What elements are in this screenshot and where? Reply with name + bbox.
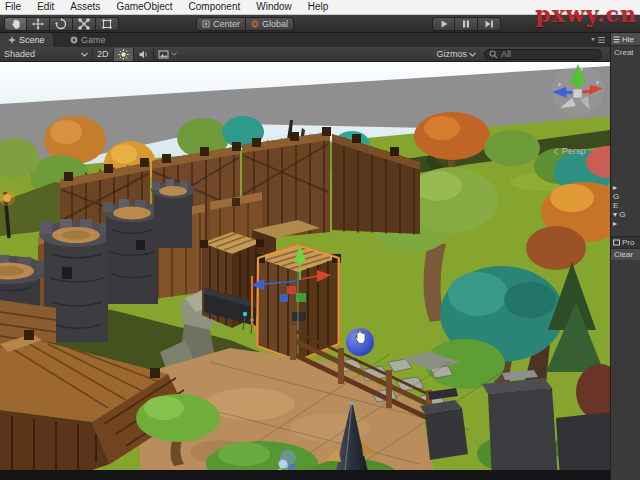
scale-icon xyxy=(78,18,90,30)
tab-project[interactable]: Pro xyxy=(611,236,640,248)
scene-view-panel: Scene Game Shaded 2D xyxy=(0,33,610,480)
menu-window[interactable]: Window xyxy=(248,0,300,14)
hierarchy-item[interactable]: G xyxy=(611,192,640,201)
game-tab-icon xyxy=(70,36,78,44)
scale-tool-button[interactable] xyxy=(73,17,96,31)
bottom-strip xyxy=(0,470,610,480)
menu-assets[interactable]: Assets xyxy=(62,0,108,14)
pause-button[interactable] xyxy=(455,17,478,31)
hierarchy-tab-icon xyxy=(613,36,620,43)
view-tab-bar: Scene Game xyxy=(0,33,610,47)
pivot-space-toggles: Center Global xyxy=(196,17,294,31)
hand-icon xyxy=(10,18,22,30)
draw-mode-dropdown[interactable]: Shaded xyxy=(0,48,92,61)
persp-mode-label[interactable]: Persp xyxy=(553,146,586,156)
lighting-toggle-button[interactable] xyxy=(113,48,133,61)
svg-text:x: x xyxy=(596,79,599,85)
audio-toggle-button[interactable] xyxy=(133,48,153,61)
clear-button[interactable]: Clear xyxy=(611,248,640,260)
move-icon xyxy=(32,18,44,30)
orientation-gizmo[interactable]: x z y xyxy=(552,64,604,116)
transform-tools xyxy=(4,17,119,31)
search-icon xyxy=(489,50,498,59)
play-icon xyxy=(439,19,449,29)
move-tool-button[interactable] xyxy=(27,17,50,31)
hierarchy-item-list: ▸ G E ▾ G ▸ xyxy=(611,183,640,228)
hierarchy-item[interactable]: ▸ xyxy=(611,183,640,192)
pivot-label: Center xyxy=(213,19,240,29)
persp-text: Persp xyxy=(562,146,586,156)
pause-icon xyxy=(461,19,471,29)
play-controls xyxy=(432,17,501,31)
hover-sphere[interactable] xyxy=(346,328,374,356)
gizmos-dropdown[interactable]: Gizmos xyxy=(432,48,480,61)
create-button-label: Creat xyxy=(614,48,634,57)
chevron-down-icon xyxy=(469,52,476,57)
toggle-2d-button[interactable]: 2D xyxy=(92,48,113,61)
hierarchy-item[interactable]: E xyxy=(611,201,640,210)
chevron-down-icon xyxy=(171,52,177,56)
hierarchy-item[interactable]: ▸ xyxy=(611,219,640,228)
tab-options-icon[interactable] xyxy=(590,36,606,44)
tab-game[interactable]: Game xyxy=(62,33,114,47)
sun-icon xyxy=(118,49,129,60)
menu-gameobject[interactable]: GameObject xyxy=(108,0,180,14)
rotate-icon xyxy=(55,18,67,30)
menu-help[interactable]: Help xyxy=(300,0,337,14)
space-toggle-button[interactable]: Global xyxy=(246,17,294,31)
image-icon xyxy=(158,49,169,60)
rotate-tool-button[interactable] xyxy=(50,17,73,31)
hand-tool-button[interactable] xyxy=(4,17,27,31)
menu-component[interactable]: Component xyxy=(181,0,249,14)
persp-chevron-icon xyxy=(553,148,559,155)
step-icon xyxy=(484,19,494,29)
game-tab-label: Game xyxy=(81,35,106,45)
scene-tab-label: Scene xyxy=(19,35,45,45)
rect-transform-icon xyxy=(101,18,113,30)
tab-hierarchy[interactable]: Hie xyxy=(611,33,640,46)
scene-tab-icon xyxy=(8,36,16,44)
center-pivot-icon xyxy=(202,20,210,28)
project-tab-label: Pro xyxy=(622,238,634,247)
hierarchy-item[interactable]: ▾ G xyxy=(611,210,640,219)
step-button[interactable] xyxy=(478,17,501,31)
scene-control-bar: Shaded 2D xyxy=(0,47,610,62)
tab-scene[interactable]: Scene xyxy=(0,33,53,47)
draw-mode-label: Shaded xyxy=(4,49,35,59)
tower xyxy=(151,179,195,248)
clear-button-label: Clear xyxy=(614,250,633,259)
scene-viewport[interactable]: x z y xyxy=(0,62,610,480)
pivot-toggle-button[interactable]: Center xyxy=(196,17,246,31)
space-label: Global xyxy=(262,19,288,29)
speaker-icon xyxy=(138,49,149,60)
scene-search-input[interactable]: All xyxy=(484,49,602,60)
effects-dropdown-button[interactable] xyxy=(153,48,181,61)
menu-file[interactable]: File xyxy=(0,0,29,14)
play-button[interactable] xyxy=(432,17,455,31)
hierarchy-tab-label: Hie xyxy=(622,35,634,44)
project-tab-icon xyxy=(613,239,620,246)
search-filter-value: All xyxy=(501,49,511,59)
watermark-text: pxwy.cn xyxy=(535,1,637,27)
gizmos-label: Gizmos xyxy=(436,49,467,59)
menu-edit[interactable]: Edit xyxy=(29,0,62,14)
right-dock-panel: Hie Creat ▸ G E ▾ G ▸ Pro Clear xyxy=(610,33,640,480)
svg-text:z: z xyxy=(558,81,561,87)
rect-tool-button[interactable] xyxy=(96,17,119,31)
2d-label: 2D xyxy=(97,49,109,59)
chevron-down-icon xyxy=(81,52,88,57)
tower xyxy=(103,199,161,304)
create-button[interactable]: Creat xyxy=(611,46,640,58)
global-space-icon xyxy=(251,20,259,28)
svg-text:y: y xyxy=(580,65,583,71)
unity-editor-window: File Edit Assets GameObject Component Wi… xyxy=(0,0,640,480)
